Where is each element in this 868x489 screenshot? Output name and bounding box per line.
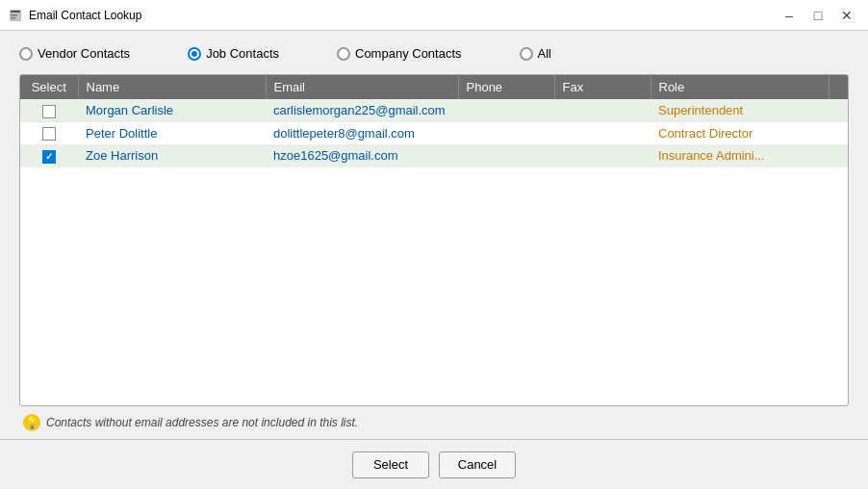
radio-company-circle <box>337 47 350 61</box>
cell-email-1: carlislemorgan225@gmail.com <box>266 99 458 122</box>
contacts-table: Select Name Email Phone Fax Role <box>20 75 848 99</box>
cell-select-1[interactable] <box>20 99 78 122</box>
col-header-fax: Fax <box>554 75 651 99</box>
col-header-phone: Phone <box>458 75 554 99</box>
bottom-bar: Select Cancel <box>0 439 868 489</box>
table-row: Morgan Carlisle carlislemorgan225@gmail.… <box>20 99 848 122</box>
cell-phone-1 <box>458 99 554 122</box>
window-title: Email Contact Lookup <box>29 9 776 22</box>
maximize-button[interactable]: □ <box>804 5 831 26</box>
cell-role-2: Contract Director <box>651 122 848 145</box>
info-row: 💡 Contacts without email addresses are n… <box>19 406 849 439</box>
cell-role-1: Superintendent <box>651 99 848 122</box>
radio-all-label: All <box>538 46 551 61</box>
svg-rect-3 <box>11 17 15 19</box>
radio-company-label: Company Contacts <box>355 46 462 61</box>
cell-fax-3 <box>554 144 651 167</box>
cell-phone-3 <box>458 144 554 167</box>
svg-rect-2 <box>11 14 17 16</box>
filter-radio-group: Vendor Contacts Job Contacts Company Con… <box>19 46 849 61</box>
minimize-button[interactable]: – <box>776 5 803 26</box>
radio-company-contacts[interactable]: Company Contacts <box>337 46 462 61</box>
table-row: Peter Dolittle dolittlepeter8@gmail.com … <box>20 122 848 145</box>
window-controls: – □ ✕ <box>776 5 860 26</box>
select-button[interactable]: Select <box>352 451 429 478</box>
main-content: Vendor Contacts Job Contacts Company Con… <box>0 31 868 439</box>
radio-job-label: Job Contacts <box>206 46 279 61</box>
contacts-data-table: Morgan Carlisle carlislemorgan225@gmail.… <box>20 99 848 167</box>
radio-all[interactable]: All <box>520 46 551 61</box>
table-scroll-area[interactable]: Morgan Carlisle carlislemorgan225@gmail.… <box>20 99 848 405</box>
cell-fax-1 <box>554 99 651 122</box>
close-button[interactable]: ✕ <box>833 5 860 26</box>
cell-select-3[interactable] <box>20 144 78 167</box>
col-header-select: Select <box>20 75 78 99</box>
col-header-spacer <box>829 75 848 99</box>
table-row: Zoe Harrison hzoe1625@gmail.com Insuranc… <box>20 144 848 167</box>
checkbox-row-1[interactable] <box>42 105 56 118</box>
svg-rect-1 <box>11 11 20 13</box>
radio-vendor-label: Vendor Contacts <box>38 46 130 61</box>
window-icon <box>8 8 23 23</box>
checkbox-row-3[interactable] <box>42 150 56 164</box>
cell-fax-2 <box>554 122 651 145</box>
cell-name-2: Peter Dolittle <box>78 122 266 145</box>
cell-name-1: Morgan Carlisle <box>78 99 266 122</box>
cell-role-3: Insurance Admini... <box>651 144 848 167</box>
bulb-icon: 💡 <box>23 414 40 431</box>
radio-job-contacts[interactable]: Job Contacts <box>188 46 279 61</box>
col-header-role: Role <box>651 75 829 99</box>
radio-vendor-circle <box>19 47 33 61</box>
cell-select-2[interactable] <box>20 122 78 145</box>
title-bar: Email Contact Lookup – □ ✕ <box>0 0 868 31</box>
cell-phone-2 <box>458 122 554 145</box>
cell-email-3: hzoe1625@gmail.com <box>266 144 458 167</box>
col-header-name: Name <box>78 75 266 99</box>
checkbox-row-2[interactable] <box>42 127 56 141</box>
radio-vendor-contacts[interactable]: Vendor Contacts <box>19 46 130 61</box>
info-text: Contacts without email addresses are not… <box>46 416 358 429</box>
cell-email-2: dolittlepeter8@gmail.com <box>266 122 458 145</box>
radio-job-circle <box>188 47 201 61</box>
contacts-table-container: Select Name Email Phone Fax Role <box>19 74 849 406</box>
radio-all-circle <box>520 47 533 61</box>
table-header-row: Select Name Email Phone Fax Role <box>20 75 848 99</box>
cell-name-3: Zoe Harrison <box>78 144 266 167</box>
col-header-email: Email <box>266 75 458 99</box>
cancel-button[interactable]: Cancel <box>439 451 516 478</box>
